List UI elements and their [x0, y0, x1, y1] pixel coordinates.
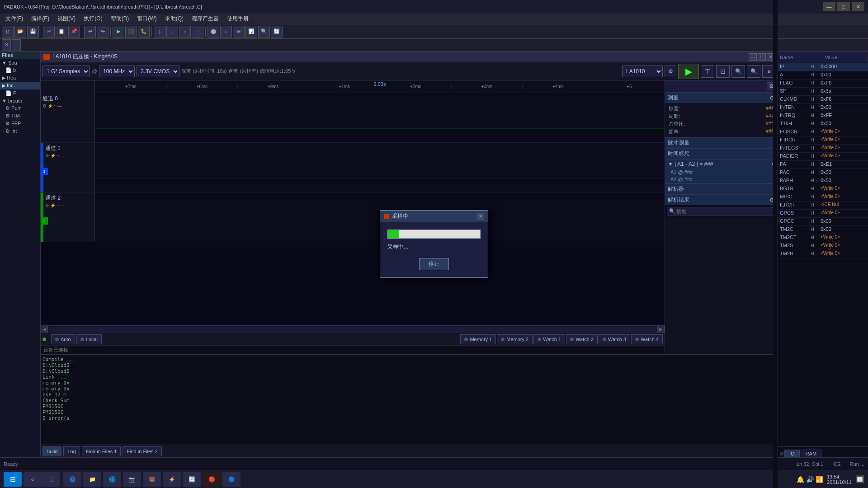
measurement-settings-icon[interactable]: ⚙ — [769, 94, 775, 101]
analyzer-plus-icon[interactable]: + — [772, 186, 775, 192]
tb-open[interactable]: 📂 — [14, 26, 26, 38]
tb-build[interactable]: ▶ — [113, 26, 124, 38]
tab-watch1[interactable]: Watch 1 — [533, 334, 565, 344]
tree-item-breath[interactable]: ▼ breath — [0, 97, 40, 104]
tab-watch4[interactable]: Watch 4 — [631, 334, 663, 344]
tree-item-inc[interactable]: ▶ Inc — [0, 82, 40, 89]
taskbar-app-red[interactable]: 🔴 — [203, 472, 221, 487]
tb-save[interactable]: 💾 — [27, 26, 39, 38]
menu-btn[interactable]: ≡ — [762, 65, 776, 78]
zoom-fit-btn[interactable]: ⊡ — [716, 65, 730, 78]
menu-edit[interactable]: 编辑(E) — [28, 14, 53, 23]
taskbar-app-bear[interactable]: 🐻 — [143, 472, 161, 487]
ch2-trigger-icon[interactable]: ⚡ — [50, 203, 56, 208]
ch0-trigger-icon[interactable]: ⚡ — [47, 103, 53, 108]
tab-watch2[interactable]: Watch 2 — [566, 334, 598, 344]
tree-item-sou[interactable]: ▼ Sou — [0, 59, 40, 66]
tree-item-b[interactable]: 📄 b — [0, 66, 40, 74]
tb-paste[interactable]: 📌 — [68, 26, 80, 38]
scroll-left-btn[interactable]: ◀ — [41, 326, 48, 333]
scroll-track[interactable] — [49, 327, 656, 332]
pulse-section-header[interactable]: 脉冲测量 + — [665, 137, 778, 148]
tb-redo[interactable]: ↪ — [97, 26, 108, 38]
time-plus-icon[interactable]: + — [772, 151, 775, 157]
ch0-inv-icon[interactable]: ~ — [54, 103, 57, 108]
tb-copy[interactable]: 📋 — [56, 26, 67, 38]
tab-watch3[interactable]: Watch 3 — [599, 334, 630, 344]
scroll-right-btn[interactable]: ▶ — [657, 326, 665, 333]
io-tab[interactable]: IO — [784, 450, 800, 457]
tb-run-cursor[interactable]: → — [192, 26, 203, 38]
ch0-settings-icon[interactable]: ⚙ — [42, 103, 47, 108]
tree-item-p[interactable]: 📄 P — [0, 89, 40, 97]
result-gear-icon[interactable]: ⚙ — [769, 197, 775, 203]
kingst-close[interactable]: ✕ — [767, 53, 775, 61]
menu-help2[interactable]: 帮助(D) — [107, 14, 133, 23]
tb-mem[interactable]: 📊 — [245, 26, 257, 38]
ch2-settings-icon[interactable]: ⚙ — [45, 203, 49, 208]
samples-select[interactable]: 1 G* Samples — [42, 66, 90, 77]
tb-stop[interactable]: ⬛ — [125, 26, 137, 38]
taskbar-app-sync[interactable]: 🔄 — [183, 472, 201, 487]
dialog-close-button[interactable]: ✕ — [477, 213, 484, 220]
voltage-select[interactable]: 3.3V CMOS — [137, 66, 179, 77]
tb-watch[interactable]: 👁 — [233, 26, 245, 38]
taskbar-app-blue[interactable]: 🔵 — [222, 472, 241, 487]
ch2-inv-icon[interactable]: ~ — [57, 203, 59, 208]
zoom-out-btn[interactable]: 🔍 — [731, 65, 745, 78]
tb-cut[interactable]: ✂ — [43, 26, 55, 38]
tree-item-pum[interactable]: ⚙ Pum — [0, 104, 40, 112]
tb-close-pane[interactable]: ✕ — [2, 39, 11, 51]
stop-button[interactable]: 停止 — [419, 258, 449, 270]
taskbar-search[interactable]: ○ — [24, 472, 42, 487]
meas-settings-btn[interactable]: ⚙ — [767, 82, 776, 90]
ch1-trigger-icon[interactable]: ⚡ — [50, 153, 56, 158]
result-section-header[interactable]: 解析结果 ⚙ — [665, 194, 778, 205]
zoom-in-btn[interactable]: 🔍 — [747, 65, 760, 78]
ch0-hide-icon[interactable]: — — [57, 103, 62, 108]
device-settings-btn[interactable]: ⚙ — [665, 66, 676, 77]
tb-undo[interactable]: ↩ — [84, 26, 96, 38]
taskbar-app-power[interactable]: ⚡ — [163, 472, 181, 487]
tb-debug[interactable]: 🐛 — [138, 26, 150, 38]
tab-build[interactable]: Build — [42, 446, 61, 456]
analyzer-section-header[interactable]: 解析器 + — [665, 183, 778, 194]
tab-local[interactable]: Local — [76, 334, 102, 344]
device-select[interactable]: LA1010 — [622, 66, 663, 77]
tab-memory1[interactable]: Memory 1 — [460, 334, 496, 344]
menu-codegen[interactable]: 程序产生器 — [188, 14, 222, 23]
ch2-hide-icon[interactable]: — — [60, 203, 65, 208]
cursor-btn[interactable]: ⊤ — [701, 65, 714, 78]
tb-step-in[interactable]: ↓ — [166, 26, 178, 38]
taskbar-app-explorer[interactable]: 🌀 — [63, 472, 81, 487]
notification-area[interactable]: 🔲 — [855, 475, 864, 483]
menu-window[interactable]: 窗口(W) — [133, 14, 160, 23]
menu-view[interactable]: 视图(V) — [54, 14, 79, 23]
maximize-button[interactable]: □ — [837, 2, 850, 11]
tree-item-fpp[interactable]: ⚙ FPP — [0, 120, 40, 127]
ch1-inv-icon[interactable]: ~ — [57, 153, 59, 158]
tab-memory2[interactable]: Memory 2 — [497, 334, 533, 344]
tab-find2[interactable]: Find in Files 2 — [123, 446, 161, 456]
tb-step-out[interactable]: ↑ — [179, 26, 191, 38]
tree-item-hea[interactable]: ▶ Hea — [0, 74, 40, 82]
measurement-section-header[interactable]: 测量 ⚙ — [665, 92, 778, 103]
time-section-header[interactable]: 时间标尺 + — [665, 148, 778, 159]
search-input[interactable] — [676, 209, 774, 214]
tb-clear-bp[interactable]: ○ — [220, 26, 232, 38]
tab-find1[interactable]: Find in Files 1 — [82, 446, 121, 456]
tree-item-int[interactable]: ⚙ Int — [0, 127, 40, 135]
start-button[interactable]: ⊞ — [4, 472, 22, 487]
tb-replace[interactable]: 🔄 — [271, 26, 283, 38]
tree-item-tim[interactable]: ⚙ TIM — [0, 112, 40, 120]
pulse-plus-icon[interactable]: + — [772, 140, 775, 146]
run-button[interactable]: ▶ — [678, 64, 699, 79]
ch1-hide-icon[interactable]: — — [60, 153, 65, 158]
ch1-settings-icon[interactable]: ⚙ — [45, 153, 49, 158]
a1a2-close-btn[interactable]: ✕ — [771, 161, 775, 167]
taskbar-widgets[interactable]: ⬚ — [42, 472, 60, 487]
tab-log[interactable]: Log — [63, 446, 80, 456]
menu-help[interactable]: 求助(Q) — [161, 14, 187, 23]
kingst-maximize[interactable]: □ — [758, 53, 766, 61]
menu-run[interactable]: 执行(O) — [80, 14, 106, 23]
